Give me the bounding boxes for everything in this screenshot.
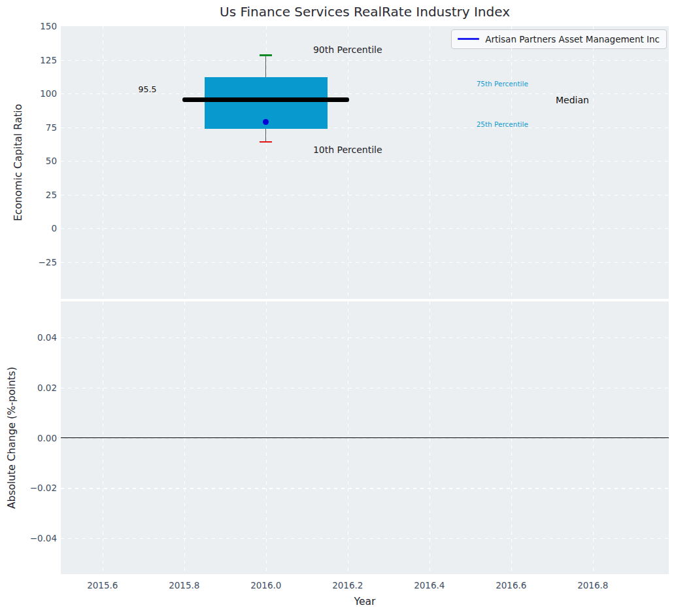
x-tick-2016.0: 2016.0	[240, 580, 292, 590]
gridline-horizontal	[61, 60, 669, 61]
gridline-vertical	[348, 26, 348, 299]
y-tick-0.02: 0.02	[19, 383, 57, 393]
gridline-vertical	[593, 26, 594, 299]
x-tick-2016.4: 2016.4	[403, 580, 456, 590]
top-axes-economic-capital-ratio	[61, 26, 669, 299]
annotation-10th-percentile: 10th Percentile	[313, 145, 382, 155]
gridline-vertical	[511, 26, 512, 299]
y-axis-label-bottom: Absolute Change (%-points)	[5, 301, 18, 574]
y-tick-25: 25	[19, 190, 57, 200]
annotation-25th-percentile: 25th Percentile	[477, 120, 528, 128]
gridline-horizontal	[61, 195, 669, 196]
y-tick-25: −25	[19, 257, 57, 267]
gridline-vertical	[184, 26, 185, 299]
p90-cap	[260, 54, 272, 56]
x-tick-2015.8: 2015.8	[158, 580, 211, 590]
y-tick-0.00: 0.00	[19, 433, 57, 443]
gridline-vertical	[430, 26, 430, 299]
y-tick-75: 75	[19, 122, 57, 133]
gridline-horizontal	[61, 538, 669, 539]
gridline-vertical	[103, 26, 103, 299]
company-point	[263, 119, 269, 125]
gridline-horizontal	[61, 337, 669, 338]
x-axis-label: Year	[61, 596, 669, 607]
y-tick-0.04: 0.04	[19, 332, 57, 343]
gridline-horizontal	[61, 161, 669, 162]
y-tick-50: 50	[19, 156, 57, 166]
median-line	[182, 97, 349, 102]
x-tick-2016.2: 2016.2	[322, 580, 374, 590]
p10-cap	[260, 141, 272, 143]
x-tick-2016.8: 2016.8	[567, 580, 619, 590]
legend: Artisan Partners Asset Management Inc	[451, 29, 667, 49]
y-tick-0: 0	[19, 223, 57, 233]
y-tick-0.04: −0.04	[19, 533, 57, 543]
zero-line	[61, 437, 669, 439]
gridline-horizontal	[61, 262, 669, 263]
y-tick-125: 125	[19, 55, 57, 65]
y-tick-0.02: −0.02	[19, 483, 57, 493]
annotation-75th-percentile: 75th Percentile	[477, 80, 528, 88]
x-tick-2016.6: 2016.6	[485, 580, 537, 590]
gridline-horizontal	[61, 128, 669, 128]
y-tick-100: 100	[19, 88, 57, 99]
annotation-median: Median	[556, 95, 589, 105]
annotation-95.5: 95.5	[139, 84, 157, 94]
legend-line-swatch	[458, 38, 479, 40]
annotation-90th-percentile: 90th Percentile	[313, 44, 382, 55]
figure: Us Finance Services RealRate Industry In…	[0, 0, 676, 616]
chart-title: Us Finance Services RealRate Industry In…	[61, 4, 669, 20]
gridline-horizontal	[61, 388, 669, 388]
x-tick-2015.6: 2015.6	[76, 580, 129, 590]
y-tick-150: 150	[19, 21, 57, 31]
gridline-horizontal	[61, 488, 669, 488]
gridline-horizontal	[61, 228, 669, 229]
